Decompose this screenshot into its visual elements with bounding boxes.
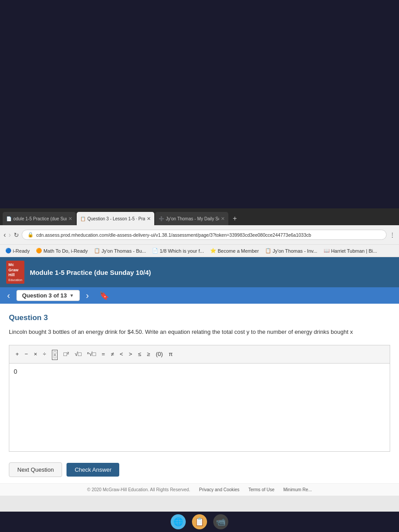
bookmark-4-icon: 📄: [152, 248, 158, 254]
math-times-btn[interactable]: ×: [32, 350, 39, 358]
bookmark-4[interactable]: 📄 1/8 Which is your f...: [149, 247, 207, 254]
math-input-value: 0: [14, 368, 17, 375]
tab-1[interactable]: 📄 odule 1-5 Practice (due Sunda ✕: [3, 212, 76, 225]
new-tab-button[interactable]: +: [229, 212, 240, 225]
logo-line3: Hill: [8, 273, 22, 278]
footer-privacy-link[interactable]: Privacy and Cookies: [199, 487, 239, 492]
bookmark-6-label: Jy'on Thomas - Inv...: [273, 248, 317, 254]
footer-terms-link[interactable]: Terms of Use: [248, 487, 274, 492]
math-sqrt-btn[interactable]: √□: [73, 350, 83, 358]
tab-3[interactable]: ➕ Jy'on Thomas - My Daily Schedu ✕: [155, 212, 228, 225]
math-equals-btn[interactable]: =: [100, 350, 107, 358]
math-lessequal-btn[interactable]: ≤: [136, 350, 143, 358]
bookmark-4-label: 1/8 Which is your f...: [160, 248, 204, 254]
bookmark-5-label: Become a Member: [218, 248, 259, 254]
question-body: Question 3 Lincoln bought 3 bottles of a…: [0, 304, 399, 456]
url-field[interactable]: 🔒 cdn.assess.prod.mheducation.com/dle-as…: [22, 230, 387, 240]
tab-2[interactable]: 📋 Question 3 - Lesson 1-5 · Practic ✕: [77, 212, 154, 225]
math-nthroot-btn[interactable]: ⁿ√□: [86, 350, 98, 358]
module-title: Module 1-5 Practice (due Sunday 10/4): [30, 269, 151, 276]
logo-line1: Mc: [8, 262, 22, 268]
refresh-button[interactable]: ↻: [14, 231, 19, 239]
bookmark-2-label: Math To Do, i-Ready: [43, 248, 88, 254]
taskbar: 🌐 📋 📹: [0, 512, 399, 532]
logo-line2: Graw: [8, 268, 22, 273]
page-content: Mc Graw Hill Education Module 1-5 Practi…: [0, 257, 399, 496]
desktop-background: [0, 0, 399, 208]
tab-2-close[interactable]: ✕: [147, 216, 151, 222]
math-greaterthan-btn[interactable]: >: [127, 350, 134, 358]
taskbar-browser-icon[interactable]: 🌐: [171, 514, 186, 529]
tab-1-label: odule 1-5 Practice (due Sunda: [13, 216, 66, 221]
question-selector[interactable]: Question 3 of 13 ▼: [16, 290, 80, 301]
taskbar-docs-icon[interactable]: 📋: [192, 514, 207, 529]
bookmark-3-icon: 📋: [94, 248, 100, 254]
lock-icon: 🔒: [27, 232, 34, 238]
math-notequals-btn[interactable]: ≠: [109, 350, 116, 358]
prev-question-button[interactable]: ‹: [4, 290, 13, 301]
bookmark-2[interactable]: 🟠 Math To Do, i-Ready: [33, 247, 90, 254]
next-question-button[interactable]: ›: [83, 290, 92, 301]
bookmark-question-button[interactable]: 🔖: [97, 291, 112, 301]
tab-1-close[interactable]: ✕: [68, 216, 72, 222]
next-question-btn[interactable]: Next Question: [9, 462, 62, 477]
mgh-logo: Mc Graw Hill Education: [6, 261, 24, 284]
math-fraction-btn[interactable]: □ □: [50, 348, 59, 361]
chevron-down-icon: ▼: [70, 293, 74, 298]
tab-2-label: Question 3 - Lesson 1-5 · Practic: [87, 216, 145, 221]
logo-line4: Education: [8, 278, 22, 282]
bookmark-6[interactable]: 📋 Jy'on Thomas - Inv...: [262, 247, 320, 254]
tab-3-label: Jy'on Thomas - My Daily Schedu: [166, 216, 219, 221]
math-input-area[interactable]: 0: [9, 363, 390, 452]
forward-button[interactable]: ›: [8, 231, 11, 239]
page-footer: © 2020 McGraw-Hill Education. All Rights…: [0, 483, 399, 496]
tab-3-close[interactable]: ✕: [221, 216, 225, 222]
math-minus-btn[interactable]: −: [23, 350, 30, 358]
bookmark-6-icon: 📋: [265, 248, 271, 254]
bookmark-7[interactable]: 📖 Harriet Tubman | Bi...: [321, 247, 380, 254]
math-squared-btn[interactable]: □²: [62, 350, 70, 358]
question-nav-bar: ‹ Question 3 of 13 ▼ › 🔖: [0, 287, 399, 304]
question-selector-label: Question 3 of 13: [22, 292, 67, 299]
math-divide-btn[interactable]: ÷: [41, 350, 48, 358]
back-button[interactable]: ‹: [4, 231, 6, 239]
bookmark-1[interactable]: 🔵 i-Ready: [3, 247, 32, 254]
bookmark-3[interactable]: 📋 Jy'on Thomas - Bu...: [91, 247, 149, 254]
math-parens-btn[interactable]: (0): [154, 350, 164, 358]
check-answer-btn[interactable]: Check Answer: [66, 463, 119, 477]
math-toolbar: + − × ÷ □ □ □² √□ ⁿ√□ = ≠ <: [9, 345, 390, 363]
math-pi-btn[interactable]: π: [167, 350, 174, 358]
answer-wrapper: + − × ÷ □ □ □² √□ ⁿ√□ = ≠ <: [9, 345, 390, 452]
address-bar: ‹ › ↻ 🔒 cdn.assess.prod.mheducation.com/…: [0, 225, 399, 245]
extensions-button[interactable]: ⋮: [389, 231, 395, 239]
mgh-header: Mc Graw Hill Education Module 1-5 Practi…: [0, 257, 399, 287]
browser-window: 📄 odule 1-5 Practice (due Sunda ✕ 📋 Ques…: [0, 208, 399, 496]
question-text: Lincoln bought 3 bottles of an energy dr…: [9, 328, 390, 337]
tab-bar: 📄 odule 1-5 Practice (due Sunda ✕ 📋 Ques…: [0, 208, 399, 225]
footer-min-link[interactable]: Minimum Re...: [283, 487, 312, 492]
footer-buttons: Next Question Check Answer: [0, 456, 399, 483]
footer-copyright: © 2020 McGraw-Hill Education. All Rights…: [87, 487, 190, 492]
bookmark-5[interactable]: ⭐ Become a Member: [207, 247, 262, 254]
math-greaterequal-btn[interactable]: ≥: [145, 350, 152, 358]
bookmark-1-icon: 🔵: [5, 248, 12, 254]
tab-1-icon: 📄: [6, 216, 12, 221]
tab-2-icon: 📋: [80, 216, 86, 221]
math-plus-btn[interactable]: +: [14, 350, 21, 358]
bookmarks-bar: 🔵 i-Ready 🟠 Math To Do, i-Ready 📋 Jy'on …: [0, 245, 399, 257]
bookmark-7-icon: 📖: [324, 248, 330, 254]
bookmark-1-label: i-Ready: [13, 248, 30, 254]
question-number-label: Question 3: [9, 313, 390, 322]
math-lessthan-btn[interactable]: <: [118, 350, 125, 358]
taskbar-video-icon[interactable]: 📹: [213, 514, 228, 529]
url-text: cdn.assess.prod.mheducation.com/dle-asse…: [36, 232, 311, 238]
tab-3-icon: ➕: [159, 216, 164, 221]
bookmark-7-label: Harriet Tubman | Bi...: [331, 248, 377, 254]
bookmark-2-icon: 🟠: [36, 248, 42, 254]
bookmark-5-icon: ⭐: [210, 248, 216, 254]
bookmark-3-label: Jy'on Thomas - Bu...: [102, 248, 146, 254]
